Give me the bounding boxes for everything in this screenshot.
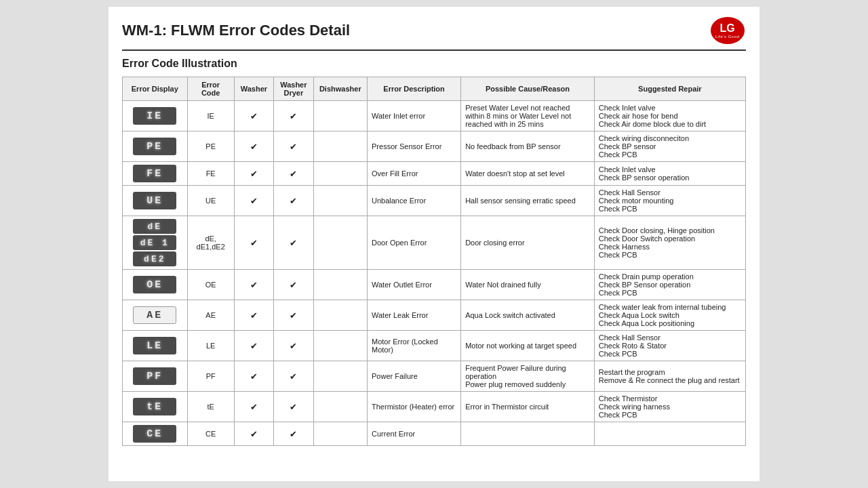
cell-dishwasher — [313, 392, 367, 422]
cell-washerdryer: ✔ — [274, 186, 313, 216]
cell-repair: Check wiring disconneciton Check BP sens… — [594, 131, 745, 162]
cell-display: tE — [123, 392, 188, 422]
col-header-desc: Error Description — [368, 77, 461, 101]
table-row: IEIE✔✔Water Inlet errorPreset Water Leve… — [123, 101, 746, 131]
cell-washer: ✔ — [234, 162, 273, 186]
page-header: WM-1: FLWM Error Codes Detail LG Life's … — [122, 17, 746, 51]
cell-dishwasher — [313, 216, 367, 270]
cell-repair: Restart the program Remove & Re connect … — [594, 361, 745, 392]
cell-repair: Check Inlet valve Check air hose for ben… — [594, 101, 745, 131]
col-header-dishwasher: Dishwasher — [313, 77, 367, 101]
cell-cause — [461, 422, 595, 446]
cell-washer: ✔ — [234, 131, 273, 162]
cell-description: Thermistor (Heater) error — [368, 392, 461, 422]
table-row: CECE✔✔Current Error — [123, 422, 746, 446]
error-codes-table: Error Display Error Code Washer Washer D… — [122, 77, 746, 446]
cell-cause: Preset Water Level not reached within 8 … — [461, 101, 595, 131]
cell-dishwasher — [313, 300, 367, 331]
cell-repair: Check water leak from internal tubeing C… — [594, 300, 745, 331]
table-header-row: Error Display Error Code Washer Washer D… — [123, 77, 746, 101]
cell-display: PE — [123, 131, 188, 162]
table-row: PFPF✔✔Power FailureFrequent Power Failur… — [123, 361, 746, 392]
cell-washer: ✔ — [234, 361, 273, 392]
cell-washerdryer: ✔ — [274, 162, 313, 186]
cell-washerdryer: ✔ — [274, 392, 313, 422]
cell-description: Water Outlet Error — [368, 270, 461, 300]
cell-display: CE — [123, 422, 188, 446]
col-header-washerdryer: Washer Dryer — [274, 77, 313, 101]
col-header-display: Error Display — [123, 77, 188, 101]
cell-washerdryer: ✔ — [274, 422, 313, 446]
cell-code: tE — [187, 392, 234, 422]
cell-code: UE — [187, 186, 234, 216]
cell-dishwasher — [313, 361, 367, 392]
cell-description: Over Fill Error — [368, 162, 461, 186]
cell-display: AE — [123, 300, 188, 331]
cell-code: IE — [187, 101, 234, 131]
cell-cause: Water Not drained fully — [461, 270, 595, 300]
cell-display: dEdE 1dE2 — [123, 216, 188, 270]
col-header-washer: Washer — [234, 77, 273, 101]
cell-code: CE — [187, 422, 234, 446]
col-header-code: Error Code — [187, 77, 234, 101]
cell-display: LE — [123, 331, 188, 361]
cell-washer: ✔ — [234, 331, 273, 361]
table-row: tEtE✔✔Thermistor (Heater) errorError in … — [123, 392, 746, 422]
main-page: WM-1: FLWM Error Codes Detail LG Life's … — [108, 7, 760, 481]
lg-logo-subtext: Life's Good — [715, 35, 740, 39]
cell-description: Unbalance Error — [368, 186, 461, 216]
cell-display: PF — [123, 361, 188, 392]
table-row: dEdE 1dE2dE, dE1,dE2✔✔Door Open ErrorDoo… — [123, 216, 746, 270]
cell-washerdryer: ✔ — [274, 361, 313, 392]
cell-repair: Check Door closing, Hinge position Check… — [594, 216, 745, 270]
cell-washer: ✔ — [234, 422, 273, 446]
cell-washer: ✔ — [234, 392, 273, 422]
cell-dishwasher — [313, 162, 367, 186]
cell-dishwasher — [313, 422, 367, 446]
cell-display: OE — [123, 270, 188, 300]
cell-washer: ✔ — [234, 216, 273, 270]
table-row: PEPE✔✔Pressor Sensor ErrorNo feedback fr… — [123, 131, 746, 162]
cell-washerdryer: ✔ — [274, 270, 313, 300]
cell-dishwasher — [313, 270, 367, 300]
cell-cause: No feedback from BP sensor — [461, 131, 595, 162]
cell-washerdryer: ✔ — [274, 300, 313, 331]
cell-code: FE — [187, 162, 234, 186]
cell-cause: Door closing error — [461, 216, 595, 270]
cell-description: Door Open Error — [368, 216, 461, 270]
cell-cause: Motor not working at target speed — [461, 331, 595, 361]
cell-repair: Check Drain pump operation Check BP Sens… — [594, 270, 745, 300]
cell-description: Pressor Sensor Error — [368, 131, 461, 162]
table-row: OEOE✔✔Water Outlet ErrorWater Not draine… — [123, 270, 746, 300]
cell-cause: Error in Thermistor circuit — [461, 392, 595, 422]
cell-description: Power Failure — [368, 361, 461, 392]
cell-display: UE — [123, 186, 188, 216]
cell-washer: ✔ — [234, 270, 273, 300]
cell-cause: Frequent Power Failure during operation … — [461, 361, 595, 392]
section-subtitle: Error Code Illustration — [122, 58, 746, 70]
lg-logo-circle: LG Life's Good — [711, 17, 745, 44]
cell-dishwasher — [313, 131, 367, 162]
cell-code: dE, dE1,dE2 — [187, 216, 234, 270]
cell-code: LE — [187, 331, 234, 361]
cell-washerdryer: ✔ — [274, 331, 313, 361]
table-row: FEFE✔✔Over Fill ErrorWater doesn't stop … — [123, 162, 746, 186]
lg-logo: LG Life's Good — [709, 17, 746, 44]
cell-dishwasher — [313, 331, 367, 361]
col-header-cause: Possible Cause/Reason — [461, 77, 595, 101]
table-row: AEAE✔✔Water Leak ErrorAqua Lock switch a… — [123, 300, 746, 331]
cell-washerdryer: ✔ — [274, 101, 313, 131]
cell-code: AE — [187, 300, 234, 331]
cell-description: Motor Error (Locked Motor) — [368, 331, 461, 361]
cell-cause: Aqua Lock switch activated — [461, 300, 595, 331]
cell-washerdryer: ✔ — [274, 216, 313, 270]
cell-code: PF — [187, 361, 234, 392]
table-row: UEUE✔✔Unbalance ErrorHall sensor sensing… — [123, 186, 746, 216]
table-row: LELE✔✔Motor Error (Locked Motor)Motor no… — [123, 331, 746, 361]
cell-code: PE — [187, 131, 234, 162]
cell-description: Current Error — [368, 422, 461, 446]
cell-washer: ✔ — [234, 101, 273, 131]
cell-dishwasher — [313, 186, 367, 216]
cell-washer: ✔ — [234, 300, 273, 331]
cell-repair — [594, 422, 745, 446]
